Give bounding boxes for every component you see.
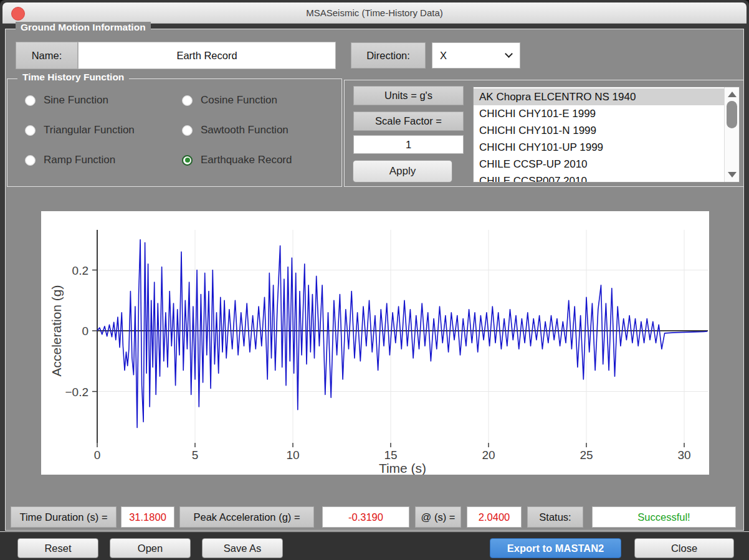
radio-ramp-function[interactable]: Ramp Function: [25, 154, 182, 166]
peak-acceleration-value: -0.3190: [322, 506, 409, 528]
svg-text:25: 25: [580, 448, 593, 462]
radio-label: Sawtooth Function: [201, 124, 289, 136]
svg-text:15: 15: [384, 448, 397, 462]
svg-text:5: 5: [192, 448, 199, 462]
units-label: Units = g's: [353, 86, 464, 105]
record-list-item[interactable]: CHILE CCSP-UP 2010: [474, 156, 724, 173]
radio-earthquake-record[interactable]: Earthquake Record: [182, 154, 329, 166]
acceleration-plot: 051015202530−0.200.2Time (s)Acceleration…: [41, 211, 709, 475]
radio-label: Triangular Function: [44, 124, 135, 136]
svg-text:10: 10: [286, 448, 299, 462]
window-title: MSASeismic (Time-History Data): [2, 2, 747, 24]
scrollbar-thumb[interactable]: [727, 101, 737, 128]
ground-motion-panel: Ground Motion Information Name: Earth Re…: [5, 29, 744, 531]
waveform-line: [97, 240, 707, 428]
close-button[interactable]: Close: [634, 538, 734, 558]
radio-label: Ramp Function: [44, 154, 115, 166]
name-input[interactable]: Earth Record: [78, 42, 336, 69]
radio-cosine-function[interactable]: Cosine Function: [182, 94, 329, 107]
radio-circle-icon[interactable]: [25, 155, 36, 166]
time-duration-value: 31.1800: [121, 506, 174, 528]
record-listbox[interactable]: AK Chopra ELCENTRO NS 1940CHICHI CHY101-…: [473, 87, 740, 183]
record-list-item[interactable]: CHICHI CHY101-N 1999: [474, 122, 724, 139]
radio-circle-icon[interactable]: [182, 95, 193, 106]
footer-bar: Reset Open Save As Export to MASTAN2 Clo…: [0, 531, 749, 560]
radio-label: Cosine Function: [201, 94, 277, 107]
radio-circle-icon[interactable]: [182, 155, 193, 166]
scroll-up-icon[interactable]: [728, 92, 737, 97]
direction-select[interactable]: X: [432, 42, 520, 69]
svg-text:0: 0: [82, 325, 88, 338]
at-time-label: @ (s) =: [415, 506, 461, 528]
scroll-down-icon[interactable]: [728, 172, 737, 178]
title-bar: MSASeismic (Time-History Data): [2, 2, 747, 24]
waveform-svg: 051015202530−0.200.2Time (s)Acceleration…: [41, 211, 709, 475]
svg-text:0.2: 0.2: [72, 264, 88, 277]
radio-circle-icon[interactable]: [182, 125, 193, 136]
radio-circle-icon[interactable]: [25, 95, 36, 106]
direction-label: Direction:: [351, 42, 426, 69]
radio-label: Earthquake Record: [201, 154, 292, 166]
chevron-down-icon: [505, 50, 513, 58]
apply-button[interactable]: Apply: [353, 160, 452, 183]
svg-text:0: 0: [94, 448, 101, 462]
scale-factor-label: Scale Factor =: [353, 112, 464, 131]
record-list-item[interactable]: CHICHI CHY101-E 1999: [474, 105, 724, 122]
svg-text:−0.2: −0.2: [65, 386, 88, 399]
time-history-group: Time History Function Sine FunctionCosin…: [7, 78, 342, 187]
radio-sine-function[interactable]: Sine Function: [25, 94, 182, 107]
earthquake-controls-group: Units = g's Scale Factor = 1 Apply AK Ch…: [344, 80, 744, 187]
record-list-item[interactable]: AK Chopra ELCENTRO NS 1940: [474, 88, 724, 105]
at-time-value: 2.0400: [467, 506, 522, 528]
ground-motion-group-label: Ground Motion Information: [16, 22, 151, 33]
open-button[interactable]: Open: [110, 538, 191, 558]
record-list-items: AK Chopra ELCENTRO NS 1940CHICHI CHY101-…: [474, 87, 724, 182]
radio-circle-icon[interactable]: [25, 125, 36, 136]
records-scrollbar[interactable]: [724, 87, 739, 182]
direction-selected-value: X: [440, 50, 447, 62]
peak-acceleration-label: Peak Acceleration (g) =: [179, 506, 314, 528]
svg-text:30: 30: [677, 448, 690, 462]
record-list-item[interactable]: CHICHI CHY101-UP 1999: [474, 139, 724, 156]
record-list-item[interactable]: CHILE CCSP007 2010: [474, 173, 724, 183]
status-value: Successful!: [592, 506, 736, 528]
reset-button[interactable]: Reset: [17, 538, 98, 558]
svg-text:20: 20: [482, 448, 495, 462]
time-history-options: Sine FunctionCosine FunctionTriangular F…: [25, 85, 329, 181]
scale-factor-input[interactable]: 1: [353, 135, 464, 154]
status-label: Status:: [527, 506, 583, 528]
radio-sawtooth-function[interactable]: Sawtooth Function: [182, 124, 329, 136]
radio-label: Sine Function: [44, 94, 108, 107]
save-as-button[interactable]: Save As: [202, 538, 283, 558]
name-label: Name:: [16, 42, 78, 69]
svg-text:Time (s): Time (s): [379, 461, 426, 475]
time-history-group-label: Time History Function: [17, 72, 129, 83]
radio-triangular-function[interactable]: Triangular Function: [25, 124, 182, 136]
app-window: MSASeismic (Time-History Data) Ground Mo…: [0, 0, 749, 560]
svg-text:Acceleration (g): Acceleration (g): [49, 285, 64, 376]
export-to-mastan2-button[interactable]: Export to MASTAN2: [490, 538, 621, 558]
time-duration-label: Time Duration (s) =: [11, 506, 117, 528]
